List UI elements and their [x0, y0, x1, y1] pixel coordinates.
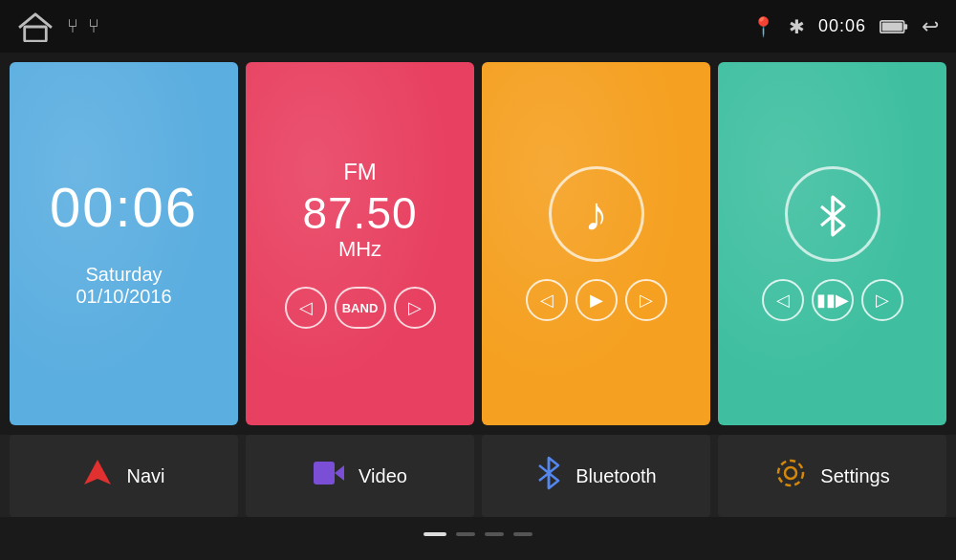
music-controls: ◁ ▶ ▷: [526, 279, 667, 321]
video-icon: [313, 460, 345, 493]
usb-icon-1: ⑂: [67, 15, 78, 37]
nav-item-settings-label: Settings: [820, 465, 889, 487]
svg-marker-7: [84, 460, 111, 485]
status-time: 00:06: [818, 16, 866, 36]
clock-card[interactable]: 00:06 Saturday 01/10/2016: [10, 62, 238, 425]
navi-icon: [82, 458, 113, 495]
usb-icons: ⑂ ⑂: [67, 15, 99, 37]
location-icon: 📍: [751, 15, 775, 38]
status-left: ⑂ ⑂: [17, 11, 99, 42]
nav-item-navi-label: Navi: [126, 465, 164, 487]
svg-line-12: [539, 473, 549, 481]
music-next-button[interactable]: ▷: [625, 279, 667, 321]
fm-frequency: 87.50: [302, 189, 417, 238]
page-indicators: [0, 517, 956, 550]
nav-item-bluetooth-label: Bluetooth: [576, 465, 657, 487]
bt-prev-button[interactable]: ◁: [762, 279, 804, 321]
svg-point-13: [785, 467, 796, 479]
bt-next-button[interactable]: ▷: [861, 279, 903, 321]
fm-card[interactable]: FM 87.50 MHz ◁ BAND ▷: [246, 62, 474, 425]
nav-item-settings[interactable]: Settings: [718, 435, 946, 517]
svg-point-14: [778, 461, 803, 485]
main-content: 00:06 Saturday 01/10/2016 FM 87.50 MHz ◁…: [0, 53, 956, 435]
clock-time: 00:06: [50, 180, 198, 235]
fm-prev-button[interactable]: ◁: [285, 287, 327, 329]
bottom-nav: Navi Video Bluetooth: [0, 435, 956, 517]
bluetooth-status-icon: ✱: [789, 15, 805, 38]
bluetooth-nav-icon: [535, 456, 562, 497]
status-bar: ⑂ ⑂ 📍 ✱ 00:06 ↩: [0, 0, 956, 53]
page-indicator-0[interactable]: [424, 532, 446, 536]
fm-label: FM: [343, 159, 377, 185]
music-note-icon: ♪: [549, 166, 644, 262]
svg-rect-0: [25, 27, 47, 41]
settings-icon: [774, 457, 807, 496]
nav-item-video[interactable]: Video: [246, 435, 474, 517]
page-indicator-2[interactable]: [485, 532, 504, 536]
svg-rect-8: [314, 462, 335, 485]
fm-controls: ◁ BAND ▷: [285, 287, 436, 329]
page-indicator-3[interactable]: [513, 532, 532, 536]
home-icon[interactable]: [17, 11, 54, 42]
nav-item-navi[interactable]: Navi: [10, 435, 238, 517]
nav-item-bluetooth[interactable]: Bluetooth: [482, 435, 710, 517]
bluetooth-card-icon: [785, 166, 880, 262]
battery-icon: [880, 18, 908, 35]
svg-line-5: [821, 206, 833, 216]
svg-rect-2: [882, 22, 902, 31]
svg-rect-3: [904, 24, 908, 29]
fm-band-button[interactable]: BAND: [335, 287, 386, 329]
fm-next-button[interactable]: ▷: [394, 287, 436, 329]
svg-line-11: [539, 465, 549, 473]
clock-date: 01/10/2016: [76, 286, 171, 308]
status-right: 📍 ✱ 00:06 ↩: [751, 14, 939, 39]
bluetooth-card[interactable]: ◁ ▮▮▶ ▷: [718, 62, 946, 425]
svg-marker-9: [335, 465, 344, 481]
page-indicator-1[interactable]: [456, 532, 475, 536]
music-play-button[interactable]: ▶: [576, 279, 618, 321]
back-icon[interactable]: ↩: [922, 14, 939, 39]
clock-day: Saturday: [85, 264, 162, 286]
svg-line-6: [821, 216, 833, 226]
usb-icon-2: ⑂: [88, 15, 99, 37]
fm-unit: MHz: [338, 237, 381, 262]
nav-item-video-label: Video: [358, 465, 407, 487]
bluetooth-controls: ◁ ▮▮▶ ▷: [762, 279, 903, 321]
music-card[interactable]: ♪ ◁ ▶ ▷: [482, 62, 710, 425]
bt-playpause-button[interactable]: ▮▮▶: [812, 279, 854, 321]
music-prev-button[interactable]: ◁: [526, 279, 568, 321]
